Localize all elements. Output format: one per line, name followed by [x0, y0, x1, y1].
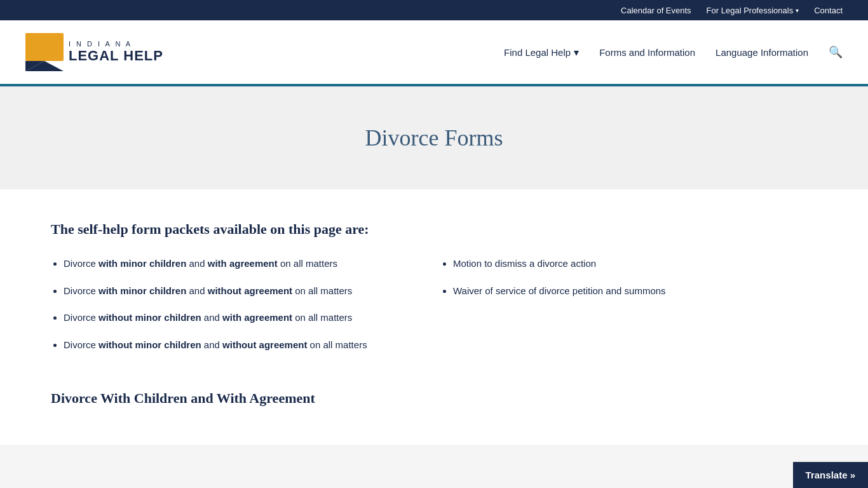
left-list-col: Divorce with minor children and with agr…	[51, 257, 428, 365]
contact-link[interactable]: Contact	[814, 6, 843, 15]
list-item: Divorce without minor children and with …	[64, 311, 428, 325]
site-header: I N D I A N A LEGAL HELP Find Legal Help…	[0, 20, 868, 86]
list-item: Divorce without minor children and witho…	[64, 338, 428, 353]
logo-legal-help: LEGAL HELP	[69, 48, 163, 64]
logo-icon	[25, 33, 64, 71]
main-nav: Find Legal Help ▾ Forms and Information …	[504, 45, 843, 59]
list-item: Motion to dismiss a divorce action	[453, 257, 817, 271]
list-item: Divorce with minor children and without …	[64, 284, 428, 299]
main-content: The self-help form packets available on …	[0, 189, 868, 445]
find-legal-help-nav[interactable]: Find Legal Help ▾	[504, 46, 579, 58]
svg-rect-3	[29, 36, 60, 46]
site-logo[interactable]: I N D I A N A LEGAL HELP	[25, 33, 163, 71]
chevron-down-icon: ▾	[574, 46, 579, 58]
logo-text: I N D I A N A LEGAL HELP	[69, 40, 163, 64]
chevron-down-icon: ▾	[796, 7, 799, 14]
language-information-link[interactable]: Language Information	[715, 47, 808, 58]
bottom-section-heading: Divorce With Children and With Agreement	[51, 390, 817, 407]
intro-heading: The self-help form packets available on …	[51, 221, 817, 238]
right-list-col: Motion to dismiss a divorce action Waive…	[440, 257, 817, 365]
find-legal-help-link[interactable]: Find Legal Help	[504, 47, 571, 58]
list-item: Divorce with minor children and with agr…	[64, 257, 428, 271]
top-bar: Calendar of Events For Legal Professiona…	[0, 0, 868, 20]
page-title: Divorce Forms	[25, 125, 843, 151]
for-legal-professionals-dropdown[interactable]: For Legal Professionals ▾	[707, 6, 799, 15]
search-button[interactable]: 🔍	[829, 45, 843, 59]
page-title-section: Divorce Forms	[0, 86, 868, 189]
list-item: Waiver of service of divorce petition an…	[453, 284, 817, 299]
logo-indiana: I N D I A N A	[69, 40, 163, 48]
calendar-of-events-link[interactable]: Calendar of Events	[621, 6, 691, 15]
for-legal-professionals-link[interactable]: For Legal Professionals	[707, 6, 794, 15]
form-packets-list: Divorce with minor children and with agr…	[51, 257, 817, 365]
forms-and-information-link[interactable]: Forms and Information	[599, 47, 695, 58]
